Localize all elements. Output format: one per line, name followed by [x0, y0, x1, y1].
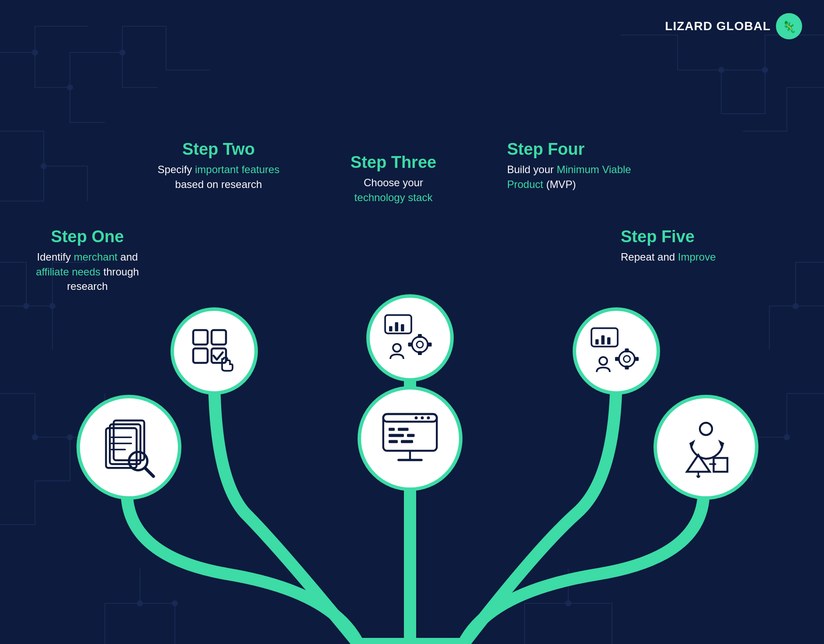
svg-point-65 — [700, 423, 712, 435]
monitor-code-icon — [379, 408, 441, 469]
svg-rect-34 — [595, 339, 599, 345]
svg-rect-58 — [389, 440, 398, 443]
svg-rect-69 — [714, 458, 728, 472]
svg-rect-28 — [418, 334, 422, 338]
svg-rect-40 — [625, 366, 629, 369]
svg-rect-30 — [408, 343, 412, 347]
step-five-info: Step Five Repeat and Improve — [621, 227, 761, 265]
step-three-circle — [366, 294, 454, 382]
step-four-plain: Build your — [507, 164, 556, 175]
title-line1: Developing Software For — [226, 42, 597, 77]
svg-rect-42 — [635, 357, 639, 361]
svg-marker-68 — [687, 455, 710, 472]
svg-point-26 — [412, 337, 428, 352]
step-one-circle — [76, 395, 181, 500]
svg-rect-24 — [395, 322, 399, 331]
step-four-info: Step Four Build your Minimum Viable Prod… — [507, 140, 647, 191]
step-two-desc: Specify important features based on rese… — [153, 162, 284, 191]
svg-text:🦎: 🦎 — [782, 20, 796, 34]
step-four-end: (MVP) — [543, 178, 576, 190]
repeat-improve-icon — [675, 417, 737, 478]
step-four-desc: Build your Minimum Viable Product (MVP) — [507, 162, 647, 191]
step-one-highlight2: affiliate needs — [36, 266, 101, 278]
step-five-circle — [654, 395, 758, 500]
step-four-label: Step Four — [507, 140, 647, 159]
mvp-icon — [590, 325, 643, 377]
svg-rect-23 — [389, 326, 393, 331]
svg-point-43 — [599, 357, 607, 365]
gear-chart-icon — [384, 312, 436, 364]
svg-rect-35 — [601, 335, 605, 345]
step-three-label: Step Three — [332, 153, 455, 172]
svg-rect-36 — [607, 338, 611, 345]
svg-line-51 — [145, 468, 153, 476]
step-two-info: Step Two Specify important features base… — [153, 140, 284, 191]
svg-marker-71 — [713, 462, 717, 466]
svg-rect-55 — [398, 428, 409, 431]
grid-check-icon — [188, 325, 240, 377]
step-one-info: Step One Identify merchant and affiliate… — [22, 227, 153, 294]
svg-point-4 — [41, 164, 46, 169]
svg-rect-19 — [212, 330, 226, 345]
logo-icon: 🦎 — [776, 13, 802, 39]
step-two-highlight: important features — [195, 164, 279, 175]
svg-point-62 — [427, 416, 430, 419]
step-one-highlight1: merchant — [74, 251, 118, 263]
svg-rect-52 — [383, 414, 437, 451]
document-search-icon — [98, 417, 160, 478]
title-line2: Affiliate Marketing — [275, 81, 548, 116]
step-two-desc-plain: Specify — [158, 164, 195, 175]
step-five-highlight: Improve — [678, 251, 716, 263]
svg-marker-73 — [696, 476, 701, 478]
step-two-label: Step Two — [153, 140, 284, 159]
step-one-label: Step One — [22, 227, 153, 246]
svg-point-64 — [415, 416, 418, 419]
svg-rect-39 — [625, 348, 629, 352]
svg-rect-20 — [193, 348, 208, 363]
step-three-highlight: technology stack — [355, 191, 433, 203]
svg-rect-56 — [389, 434, 404, 437]
step-one-mid: and — [118, 251, 138, 263]
step-two-desc-end: based on research — [175, 178, 262, 190]
step-five-desc: Repeat and Improve — [621, 250, 761, 265]
step-one-plain: Identify — [37, 251, 74, 263]
step-three-info: Step Three Choose your technology stack — [332, 153, 455, 205]
svg-marker-67 — [718, 440, 724, 448]
svg-point-32 — [393, 344, 401, 352]
step-three-desc: Choose your technology stack — [332, 175, 455, 205]
svg-rect-25 — [401, 324, 404, 332]
svg-marker-66 — [689, 440, 695, 448]
step-three-bottom-circle — [358, 386, 462, 491]
step-three-desc-line1: Choose your — [364, 177, 423, 188]
step-two-circle — [170, 307, 258, 395]
logo: LIZARD GLOBAL 🦎 — [665, 13, 802, 39]
svg-rect-18 — [193, 330, 208, 345]
svg-rect-59 — [401, 440, 413, 443]
svg-point-37 — [619, 351, 635, 367]
logo-text: LIZARD GLOBAL — [665, 19, 771, 33]
step-five-label: Step Five — [621, 227, 761, 246]
circles-area — [0, 285, 824, 644]
svg-rect-57 — [407, 434, 415, 437]
svg-rect-54 — [389, 428, 395, 431]
svg-rect-41 — [615, 357, 619, 361]
svg-point-27 — [417, 341, 423, 348]
svg-rect-31 — [428, 343, 432, 347]
step-five-plain: Repeat and — [621, 251, 678, 263]
svg-point-63 — [421, 416, 424, 419]
svg-point-38 — [624, 356, 630, 362]
svg-rect-29 — [418, 351, 422, 355]
step-four-circle — [573, 307, 660, 395]
page-container: LIZARD GLOBAL 🦎 Developing Software For … — [0, 0, 824, 644]
